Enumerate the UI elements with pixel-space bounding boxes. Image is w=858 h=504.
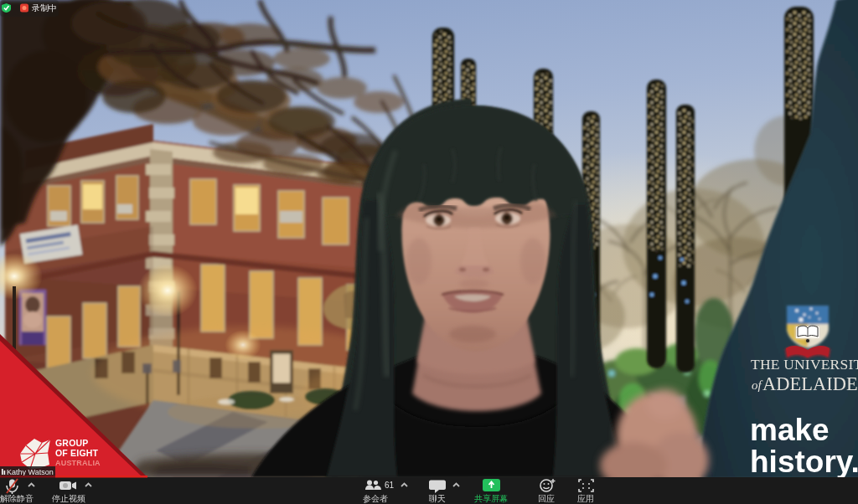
svg-text:ADELAIDE: ADELAIDE [762, 373, 858, 394]
svg-text:回应: 回应 [538, 494, 555, 503]
svg-text:make: make [750, 413, 830, 447]
svg-text:history.: history. [750, 445, 858, 479]
svg-text:GROUP: GROUP [55, 438, 89, 448]
svg-text:of: of [752, 378, 763, 392]
svg-text:61: 61 [385, 481, 395, 490]
svg-text:解除静音: 解除静音 [0, 494, 34, 503]
svg-text:THE UNIVERSITY: THE UNIVERSITY [751, 356, 858, 373]
svg-text:OF EIGHT: OF EIGHT [55, 448, 99, 458]
svg-text:停止视频: 停止视频 [51, 494, 85, 503]
svg-text:AUSTRALIA: AUSTRALIA [55, 459, 101, 467]
svg-text:共享屏幕: 共享屏幕 [474, 494, 508, 503]
svg-text:参会者: 参会者 [363, 494, 388, 503]
svg-text:聊天: 聊天 [428, 494, 446, 503]
svg-text:录制中: 录制中 [32, 3, 57, 13]
svg-text:应用: 应用 [577, 494, 594, 503]
svg-text:Kathy Watson: Kathy Watson [7, 468, 54, 476]
